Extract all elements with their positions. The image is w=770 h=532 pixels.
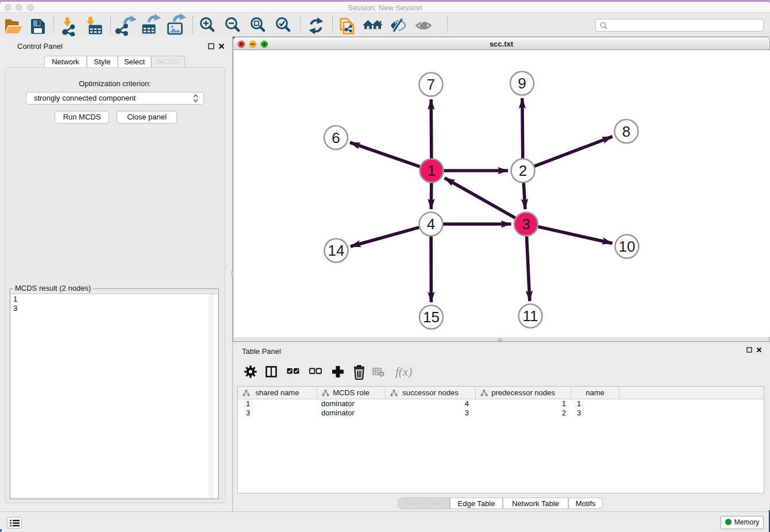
svg-text:2: 2 xyxy=(519,162,527,179)
svg-text:4: 4 xyxy=(427,215,435,233)
svg-text:14: 14 xyxy=(328,242,345,259)
svg-text:15: 15 xyxy=(423,309,440,326)
svg-text:7: 7 xyxy=(427,76,435,93)
svg-text:8: 8 xyxy=(622,123,630,140)
svg-text:9: 9 xyxy=(518,75,526,92)
svg-text:f(x): f(x) xyxy=(395,365,412,379)
svg-text:3: 3 xyxy=(522,215,530,233)
svg-text:11: 11 xyxy=(523,307,538,325)
svg-text:6: 6 xyxy=(332,129,340,147)
svg-text:10: 10 xyxy=(619,238,636,255)
svg-text:1: 1 xyxy=(428,162,436,179)
